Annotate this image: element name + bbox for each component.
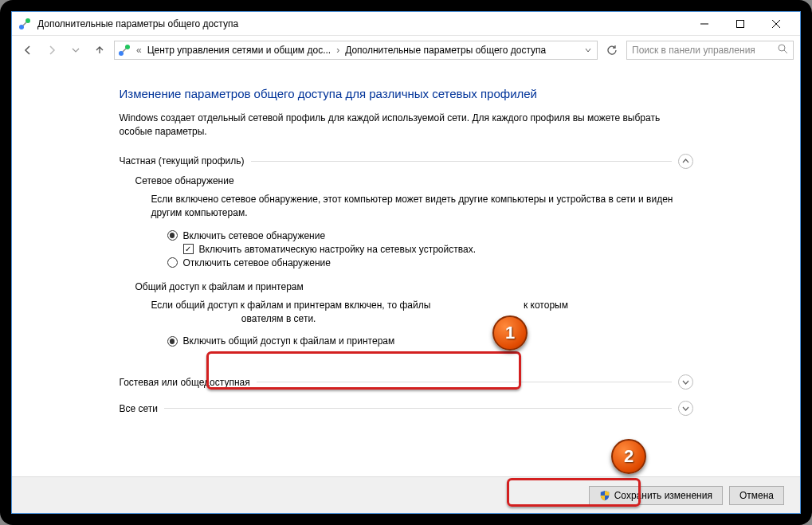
navbar: « Центр управления сетями и общим дос...…: [12, 36, 800, 65]
shield-icon: [599, 490, 610, 501]
section-guest-header[interactable]: Гостевая или общедоступная: [120, 374, 693, 390]
footer: Сохранить изменения Отмена: [12, 476, 800, 513]
checkbox-label: Включить автоматическую настройку на сет…: [199, 244, 477, 255]
titlebar: Дополнительные параметры общего доступа: [12, 12, 800, 36]
breadcrumb-item[interactable]: Центр управления сетями и общим дос...: [147, 45, 331, 56]
search-input[interactable]: Поиск в панели управления: [626, 41, 794, 60]
section-all-label: Все сети: [120, 403, 159, 414]
fileshare-desc: Если общий доступ к файлам и принтерам в…: [151, 299, 693, 327]
window-title: Дополнительные параметры общего доступа: [37, 18, 686, 29]
radio-icon: [167, 336, 178, 347]
svg-point-5: [779, 45, 785, 51]
search-icon: [778, 44, 788, 57]
radio-label: Отключить сетевое обнаружение: [183, 257, 331, 268]
chevron-up-icon[interactable]: [678, 154, 693, 169]
discovery-desc: Если включено сетевое обнаружение, этот …: [151, 193, 693, 221]
breadcrumb-chevron: ›: [334, 45, 342, 56]
section-all-header[interactable]: Все сети: [120, 401, 693, 416]
maximize-button[interactable]: [722, 12, 758, 35]
discovery-heading: Сетевое обнаружение: [135, 175, 693, 186]
nav-back-button[interactable]: [18, 41, 37, 60]
chevron-down-icon[interactable]: [678, 401, 693, 416]
content-area: Изменение параметров общего доступа для …: [12, 65, 800, 476]
breadcrumb-chevron: «: [134, 45, 144, 56]
section-private-header[interactable]: Частная (текущий профиль): [120, 154, 693, 169]
save-button-label: Сохранить изменения: [614, 490, 712, 501]
network-icon: [118, 44, 131, 57]
search-placeholder: Поиск в панели управления: [632, 45, 755, 56]
breadcrumb-dropdown-icon[interactable]: [583, 45, 594, 56]
section-private-label: Частная (текущий профиль): [120, 155, 245, 167]
save-button[interactable]: Сохранить изменения: [589, 486, 723, 505]
radio-icon: [167, 257, 178, 268]
page-intro: Windows создает отдельный сетевой профил…: [120, 112, 693, 139]
radio-icon: [167, 230, 178, 241]
network-icon: [18, 18, 31, 30]
refresh-button[interactable]: [602, 41, 622, 60]
checkbox-icon: ✓: [183, 244, 194, 254]
nav-forward-button[interactable]: [42, 41, 61, 60]
fileshare-heading: Общий доступ к файлам и принтерам: [135, 281, 693, 292]
breadcrumb-item[interactable]: Дополнительные параметры общего доступа: [345, 45, 546, 56]
breadcrumb[interactable]: « Центр управления сетями и общим дос...…: [114, 41, 598, 60]
radio-discovery-off[interactable]: Отключить сетевое обнаружение: [167, 257, 693, 268]
window: Дополнительные параметры общего доступа …: [11, 11, 801, 514]
radio-discovery-on[interactable]: Включить сетевое обнаружение: [167, 230, 693, 241]
close-button[interactable]: [758, 12, 794, 35]
nav-up-button[interactable]: [90, 41, 109, 60]
svg-rect-2: [736, 20, 743, 27]
minimize-button[interactable]: [686, 12, 722, 35]
nav-recent-button[interactable]: [66, 41, 85, 60]
radio-label: Включить сетевое обнаружение: [183, 230, 326, 241]
radio-fileshare-on[interactable]: Включить общий доступ к файлам и принтер…: [167, 335, 693, 347]
page-heading: Изменение параметров общего доступа для …: [120, 87, 693, 100]
checkbox-auto-setup[interactable]: ✓ Включить автоматическую настройку на с…: [183, 244, 693, 255]
chevron-down-icon[interactable]: [678, 374, 693, 390]
cancel-button-label: Отмена: [739, 490, 774, 501]
radio-label: Включить общий доступ к файлам и принтер…: [183, 335, 395, 347]
cancel-button[interactable]: Отмена: [729, 486, 784, 505]
section-guest-label: Гостевая или общедоступная: [120, 377, 250, 388]
